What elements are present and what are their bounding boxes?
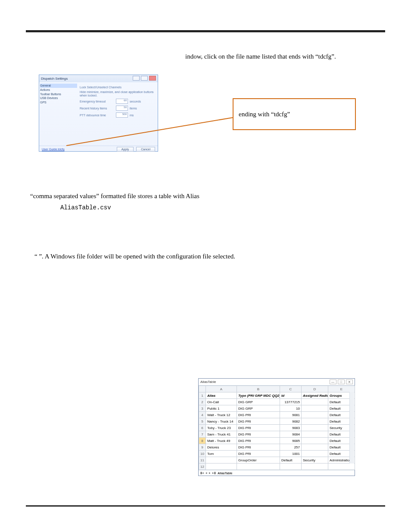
col-E[interactable]: E <box>328 386 355 392</box>
table-row[interactable]: 12 <box>199 464 355 470</box>
tree-item-actions[interactable]: Actions <box>40 88 77 92</box>
cancel-button[interactable]: Cancel <box>136 147 155 152</box>
settings-tree[interactable]: General Actions Toolbar Buttons USB Devi… <box>39 82 78 146</box>
table-row[interactable]: 2On-CallDIG GRP13777215Default <box>199 399 355 405</box>
col-B[interactable]: B <box>237 386 280 392</box>
ptt-debounce-input[interactable]: 500 <box>116 112 128 118</box>
tree-item-usb[interactable]: USB Devices <box>40 96 77 100</box>
callout-box: ending with “tdcfg” <box>233 98 356 130</box>
col-A[interactable]: A <box>206 386 237 392</box>
select-all-cell[interactable] <box>199 386 206 392</box>
maximize-icon[interactable] <box>141 76 148 81</box>
aliastable-grid[interactable]: A B C D E 1 Alias Type (PRI GRP MDC QQ2)… <box>199 386 355 470</box>
aliastable-title: AliasTable <box>200 380 216 384</box>
recent-history-label: Recent history items <box>80 107 114 110</box>
table-row[interactable]: 4Walt - Truck 12DIG PRI9081Default <box>199 412 355 418</box>
intro-text: indow, click on the file name listed tha… <box>185 52 371 61</box>
callout-text: ending with “tdcfg” <box>239 111 290 118</box>
row-hdr[interactable]: 1 <box>199 392 206 399</box>
sheet-tab[interactable]: AliasTable <box>218 472 233 475</box>
table-row[interactable]: 7Sam - Truck 41DIG PRI9084Default <box>199 431 355 438</box>
window-title: Dispatch Settings <box>41 77 68 81</box>
tree-item-general[interactable]: General <box>40 84 77 88</box>
emergency-timeout-label: Emergency timeout <box>80 100 114 103</box>
page-top-rule <box>26 30 385 32</box>
sheet-tab-bar[interactable]: ▮◂ ◂ ▸ ▸▮ AliasTable <box>199 470 355 476</box>
ptt-debounce-label: PTT debounce time <box>80 114 114 117</box>
recent-history-input[interactable]: 50 <box>116 106 128 111</box>
ptt-debounce-unit: ms <box>130 114 134 117</box>
close-icon[interactable] <box>149 76 156 81</box>
nav-next-icon[interactable]: ▸ <box>209 471 211 475</box>
col-C[interactable]: C <box>280 386 302 392</box>
table-row[interactable]: 3Public 1DIG GRP10Default <box>199 405 355 412</box>
header-data-row[interactable]: 1 Alias Type (PRI GRP MDC QQ2) Id Assign… <box>199 392 355 399</box>
close-icon[interactable]: ✕ <box>346 380 353 384</box>
col-D[interactable]: D <box>302 386 328 392</box>
emergency-timeout-input[interactable]: 60 <box>116 99 128 104</box>
user-guide-link[interactable]: User Guide.tdcfg <box>42 148 65 151</box>
tree-item-gps[interactable]: GPS <box>40 100 77 105</box>
recent-history-unit: items <box>130 107 137 110</box>
page-bottom-rule <box>26 505 385 507</box>
folder-paragraph: “ ”. A Windows file folder will be opene… <box>34 252 235 261</box>
apply-button[interactable]: Apply <box>117 147 134 152</box>
table-row[interactable]: 10TomDIG PRI1001Default <box>199 451 355 457</box>
column-header-row[interactable]: A B C D E <box>199 386 355 392</box>
min-icon[interactable]: — <box>330 380 336 384</box>
nav-first-icon[interactable]: ▮◂ <box>200 471 204 475</box>
table-row[interactable]: 9DeloresDIG PRI257Default <box>199 444 355 451</box>
table-row[interactable]: 5Nancy - Truck 14DIG PRI9082Default <box>199 418 355 425</box>
csv-filename: AliasTable.csv <box>60 204 111 212</box>
nav-last-icon[interactable]: ▸▮ <box>212 471 216 475</box>
vertical-scrollbar[interactable] <box>349 392 354 464</box>
emergency-timeout-unit: seconds <box>130 100 141 103</box>
dispatch-settings-window: Dispatch Settings General Actions Toolba… <box>39 75 158 152</box>
minimize-icon[interactable] <box>133 76 140 81</box>
csv-paragraph: “comma separated values” formatted file … <box>30 192 199 200</box>
table-row[interactable]: 6Toby - Truck 23DIG PRI9083Security <box>199 425 355 431</box>
hide-buttons-checkbox[interactable]: Hide minimize, maximize, and close appli… <box>80 90 156 97</box>
table-row[interactable]: 11GroupOrderDefaultSecurityAdministratio… <box>199 457 355 464</box>
aliastable-window: AliasTable — □ ✕ A B C D E <box>198 378 355 476</box>
max-icon[interactable]: □ <box>338 380 345 384</box>
table-row[interactable]: 8Matt - Truck 49DIG PRI9085Default <box>199 438 355 444</box>
nav-prev-icon[interactable]: ◂ <box>206 471 207 475</box>
tree-item-toolbar[interactable]: Toolbar Buttons <box>40 92 77 96</box>
window-titlebar: Dispatch Settings <box>39 75 158 82</box>
lock-channels-checkbox[interactable]: Lock Select/Unselect Channels <box>80 86 121 89</box>
